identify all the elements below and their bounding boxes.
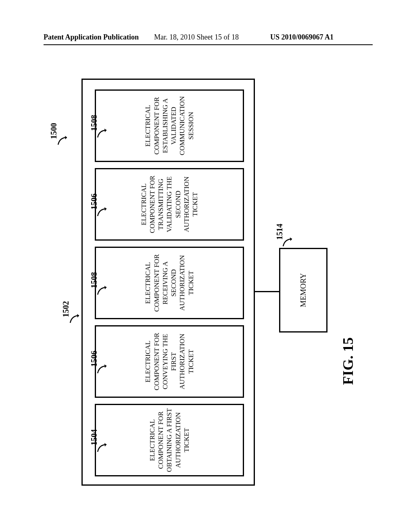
ref-arrow-block-1 (97, 364, 107, 375)
page: Patent Application Publication Mar. 18, … (0, 0, 413, 532)
ref-arrow-block-0 (97, 443, 107, 453)
block-1506b-text: ELECTRICAL COMPONENT FOR TRANSMITTING VA… (138, 169, 201, 239)
block-1508a-text: ELECTRICAL COMPONENT FOR RECEIVING A SEC… (142, 248, 197, 318)
figure-caption: FIG. 15 (340, 337, 357, 385)
ref-arrow-block-3 (97, 207, 107, 218)
header-middle: Mar. 18, 2010 Sheet 15 of 18 (154, 33, 239, 42)
ref-arrow-1500 (57, 136, 68, 146)
block-1506a: ELECTRICAL COMPONENT FOR CONVEYING THE F… (95, 325, 244, 398)
ref-arrow-memory (282, 237, 293, 248)
block-1504-text: ELECTRICAL COMPONENT FOR OBTAINING A FIR… (146, 405, 192, 475)
block-1506b: ELECTRICAL COMPONENT FOR TRANSMITTING VA… (95, 168, 244, 241)
ref-arrow-1502 (69, 314, 80, 324)
figure-area: 1500 1502 ELECTRICAL COMPONENT FOR OBTAI… (44, 60, 369, 504)
block-1504: ELECTRICAL COMPONENT FOR OBTAINING A FIR… (95, 404, 244, 476)
outer-box-1502: ELECTRICAL COMPONENT FOR OBTAINING A FIR… (81, 79, 255, 486)
connector-line (255, 291, 279, 292)
block-1506a-text: ELECTRICAL COMPONENT FOR CONVEYING THE F… (142, 326, 197, 397)
memory-label: MEMORY (299, 273, 308, 307)
block-1508b-text: ELECTRICAL COMPONENT FOR ESTABLISHING A … (142, 91, 197, 161)
ref-arrow-block-4 (97, 129, 107, 139)
header-rule (44, 44, 373, 45)
page-header: Patent Application Publication Mar. 18, … (0, 33, 413, 46)
block-1508b: ELECTRICAL COMPONENT FOR ESTABLISHING A … (95, 89, 244, 162)
header-left: Patent Application Publication (44, 33, 139, 42)
figure-rotated-group: 1500 1502 ELECTRICAL COMPONENT FOR OBTAI… (49, 71, 364, 494)
ref-arrow-block-2 (97, 286, 107, 296)
memory-box: MEMORY (279, 248, 327, 332)
header-right: US 2010/0069067 A1 (270, 33, 334, 42)
block-1508a: ELECTRICAL COMPONENT FOR RECEIVING A SEC… (95, 247, 244, 319)
